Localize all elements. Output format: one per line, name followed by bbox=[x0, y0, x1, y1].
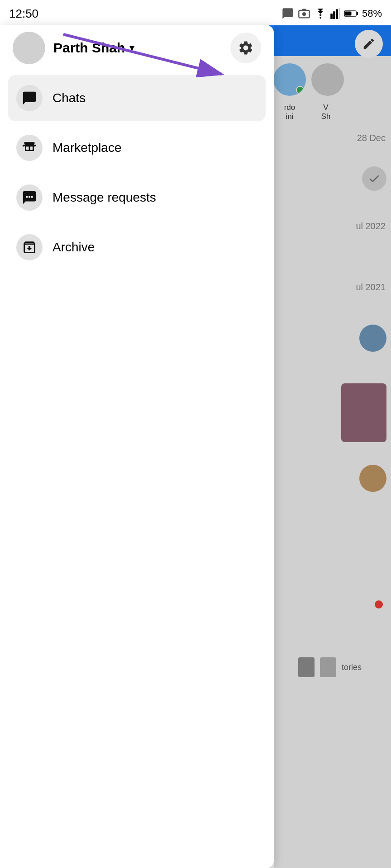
battery-icon bbox=[344, 9, 358, 18]
message-requests-icon bbox=[22, 190, 37, 205]
main-container: rdoini VSh 28 Dec ul 2022 ul 2021 bbox=[0, 25, 391, 868]
svg-rect-6 bbox=[336, 9, 338, 19]
battery-percentage: 58% bbox=[362, 8, 382, 19]
marketplace-icon-container bbox=[16, 135, 43, 161]
svg-point-3 bbox=[319, 17, 321, 19]
status-time: 12:50 bbox=[9, 7, 38, 21]
chats-icon-container bbox=[16, 85, 43, 111]
message-status-icon bbox=[281, 7, 294, 20]
nav-item-chats[interactable]: Chats bbox=[8, 75, 266, 121]
marketplace-label: Marketplace bbox=[52, 141, 122, 155]
nav-item-marketplace[interactable]: Marketplace bbox=[8, 125, 266, 171]
status-icons: 58% bbox=[281, 7, 382, 20]
gear-icon bbox=[238, 40, 254, 56]
archive-icon-container bbox=[16, 234, 43, 260]
drawer-header: Parth Shah ▾ bbox=[0, 25, 274, 71]
user-name: Parth Shah bbox=[53, 40, 125, 56]
status-bar: 12:50 58% bbox=[0, 0, 391, 25]
archive-label: Archive bbox=[52, 240, 95, 255]
navigation-drawer: Parth Shah ▾ Chats bbox=[0, 25, 274, 868]
signal-icon bbox=[330, 8, 340, 19]
svg-rect-4 bbox=[330, 14, 333, 19]
message-requests-label: Message requests bbox=[52, 190, 156, 205]
svg-point-2 bbox=[302, 12, 306, 16]
chat-bubble-icon bbox=[22, 90, 37, 106]
svg-point-15 bbox=[31, 196, 33, 198]
user-avatar bbox=[13, 32, 45, 64]
svg-rect-5 bbox=[333, 11, 335, 19]
svg-rect-7 bbox=[339, 8, 340, 19]
svg-rect-9 bbox=[345, 12, 351, 16]
svg-point-14 bbox=[29, 196, 30, 198]
svg-rect-10 bbox=[357, 12, 358, 15]
wifi-icon bbox=[314, 9, 327, 19]
user-section: Parth Shah ▾ bbox=[13, 32, 134, 64]
store-icon bbox=[22, 140, 37, 156]
archive-icon bbox=[22, 240, 37, 255]
camera-status-icon bbox=[298, 7, 310, 20]
chats-label: Chats bbox=[52, 91, 86, 105]
svg-rect-1 bbox=[302, 9, 306, 11]
svg-point-13 bbox=[26, 196, 28, 198]
user-name-row[interactable]: Parth Shah ▾ bbox=[53, 40, 134, 56]
nav-item-archive[interactable]: Archive bbox=[8, 224, 266, 270]
nav-item-message-requests[interactable]: Message requests bbox=[8, 175, 266, 221]
nav-list: Chats Marketplace bbox=[0, 71, 274, 275]
settings-button[interactable] bbox=[230, 33, 261, 63]
chevron-down-icon: ▾ bbox=[129, 42, 134, 54]
drawer-overlay bbox=[274, 25, 391, 868]
message-requests-icon-container bbox=[16, 184, 43, 211]
